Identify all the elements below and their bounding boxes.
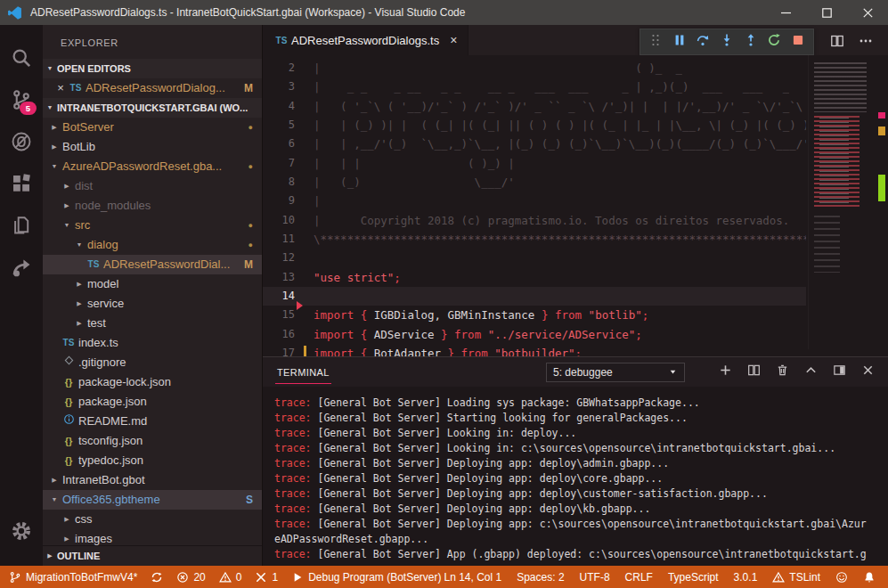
close-editor-icon[interactable]: × [53, 78, 68, 98]
share-button[interactable] [0, 246, 43, 288]
workspace-header[interactable]: ▼ INTRANETBOTQUICKSTART.GBAI (WO... [43, 98, 262, 118]
title-bar: ADResetPasswordDialogs.ts - IntranetBotQ… [0, 0, 888, 25]
settings-gear-button[interactable] [0, 510, 43, 551]
tree-item[interactable]: README.md [43, 412, 262, 431]
code-line[interactable]: 4| ( '_`\ ( '__)/'_` ) /'_` )/' _ `` _ `… [263, 97, 806, 116]
close-window-button[interactable] [847, 0, 888, 25]
errors-status[interactable]: 20 [176, 571, 205, 584]
code-line[interactable]: 15import { IGBDialog, GBMinInstance } fr… [263, 306, 806, 324]
code-line[interactable]: 13"use strict"; [263, 268, 806, 287]
close-panel-button[interactable] [856, 362, 879, 383]
notifications[interactable] [863, 571, 876, 584]
tab-terminal[interactable]: TERMINAL [275, 360, 331, 384]
open-editor-item[interactable]: × TS ADResetPasswordDialog... M [43, 78, 262, 98]
terminal-select[interactable]: 5: debuggee [546, 363, 685, 382]
code-line[interactable]: 12 [263, 249, 806, 267]
split-terminal-button[interactable] [742, 362, 765, 383]
tree-item[interactable]: ▼Office365.gbthemeS [43, 490, 262, 510]
drag-grip-button[interactable] [646, 32, 665, 52]
readme-info-icon [61, 412, 77, 431]
code-line[interactable]: 7| | | ( )_) | [263, 154, 806, 173]
step-into-button[interactable] [717, 32, 737, 52]
code-line[interactable]: 14 [263, 287, 806, 306]
tree-item[interactable]: {}package-lock.json [43, 372, 262, 392]
code-line[interactable]: 11\*************************************… [263, 230, 806, 249]
tree-item[interactable]: ▶IntranetBot.gbot [43, 470, 262, 490]
tree-item[interactable]: ▼src● [43, 216, 262, 235]
debug-disabled-button[interactable] [0, 120, 43, 162]
sync-status[interactable] [151, 571, 163, 584]
pause-button[interactable] [670, 32, 689, 52]
info-icon [63, 412, 75, 431]
new-terminal-button[interactable] [713, 362, 737, 383]
code-line[interactable]: 10| Copyright 2018 (c) pragmatismo.io. T… [263, 211, 806, 230]
tree-item[interactable]: .gitignore [43, 353, 262, 372]
stop-button[interactable] [788, 32, 808, 52]
move-panel-button[interactable] [827, 362, 851, 383]
ts-version[interactable]: 3.0.1 [734, 571, 758, 584]
split-editor-button[interactable] [827, 31, 847, 51]
debug-launch-status[interactable]: Debug Program (BotServer) [291, 571, 441, 584]
tree-item[interactable]: ▶BotServer● [43, 118, 262, 137]
git-branch-status[interactable]: MigrationToBotFmwV4* [9, 571, 137, 584]
tree-item[interactable]: ▶test [43, 314, 262, 333]
tree-item[interactable]: {}package.json [43, 392, 262, 412]
encoding[interactable]: UTF-8 [580, 571, 610, 584]
tab-adresetpassworddialogs[interactable]: TS ADResetPasswordDialogs.ts × [263, 25, 468, 55]
maximize-button[interactable] [806, 0, 847, 25]
overview-error-marker [878, 112, 885, 118]
smiley-icon [835, 571, 848, 584]
tree-item[interactable]: ▶BotLib [43, 137, 262, 157]
tasks-status[interactable]: 1 [255, 571, 278, 584]
tree-item[interactable]: TSADResetPasswordDial...M [43, 255, 262, 274]
extensions-button[interactable] [0, 162, 43, 204]
more-actions-button[interactable] [856, 31, 876, 51]
chevron-collapsed-icon: ▶ [48, 137, 61, 157]
code-line[interactable]: 2| ( )_ _ [263, 59, 806, 78]
code-line[interactable]: 8| (_) \___/' [263, 173, 806, 192]
tree-item[interactable]: {}typedoc.json [43, 451, 262, 470]
source-control-button[interactable]: 5 [0, 78, 43, 120]
code-line[interactable]: 5| | (_) )| | ( (_| |( (_| || ( ) ( ) |(… [263, 116, 806, 135]
git-modified-dot: ● [248, 157, 253, 176]
close-tab-icon[interactable]: × [450, 33, 457, 47]
indentation[interactable]: Spaces: 2 [517, 571, 564, 584]
minimap[interactable] [808, 55, 876, 349]
tslint-status[interactable]: TSLint [772, 571, 820, 584]
tree-item[interactable]: ▼dialog● [43, 235, 262, 255]
tree-item[interactable]: ▶node_modules [43, 196, 262, 216]
json-file-icon: {} [61, 372, 77, 392]
warnings-status[interactable]: 0 [219, 571, 242, 584]
files-button[interactable] [0, 204, 43, 246]
eol[interactable]: CRLF [625, 571, 653, 584]
tree-item[interactable]: {}tsconfig.json [43, 431, 262, 451]
code-line[interactable]: 17import { BotAdapter } from "botbuilder… [263, 344, 806, 356]
tree-item[interactable]: TSindex.ts [43, 333, 262, 353]
code-editor[interactable]: 2| ( )_ _3| _ _ _ __ _ _ __ _ ___ ___ _ … [263, 55, 888, 356]
code-line[interactable]: 6| | ,__/'(_) `\__,_)`\__, |(_) (_) (_)`… [263, 135, 806, 153]
search-button[interactable] [0, 37, 43, 78]
cursor-position[interactable]: Ln 14, Col 1 [444, 571, 501, 584]
outline-header[interactable]: ▶ OUTLINE [43, 545, 262, 566]
step-out-button[interactable] [741, 32, 761, 52]
code-line[interactable]: 9| [263, 192, 806, 210]
open-editors-header[interactable]: ▼ OPEN EDITORS [43, 59, 262, 78]
tree-item[interactable]: ▶service [43, 294, 262, 314]
tree-item[interactable]: ▼AzureADPasswordReset.gba...● [43, 157, 262, 176]
step-over-button[interactable] [693, 32, 713, 52]
minimize-button[interactable] [765, 0, 806, 25]
code-line[interactable]: 3| _ _ _ __ _ _ __ _ ___ ___ _ | ,_)(_) … [263, 78, 806, 96]
code-line[interactable]: 16import { ADService } from "../service/… [263, 325, 806, 344]
kill-terminal-button[interactable] [770, 362, 794, 383]
restart-button[interactable] [764, 32, 784, 52]
language-mode[interactable]: TypeScript [668, 571, 719, 584]
feedback[interactable] [835, 571, 848, 584]
tree-item[interactable]: ▶css [43, 510, 262, 529]
chevron-collapsed-icon: ▶ [43, 546, 57, 566]
terminal-output[interactable]: trace: [General Bot Server] Loading sys … [263, 387, 888, 562]
maximize-panel-button[interactable] [799, 362, 822, 383]
git-modified-dot: ● [248, 118, 253, 137]
tree-item[interactable]: ▶model [43, 274, 262, 294]
status-label: TypeScript [668, 571, 719, 584]
tree-item[interactable]: ▶dist [43, 176, 262, 196]
